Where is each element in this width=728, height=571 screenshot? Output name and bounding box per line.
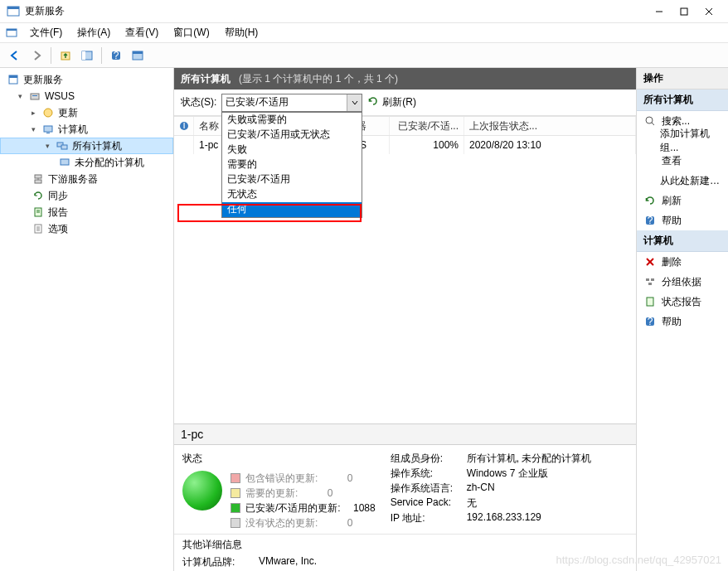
actions-section-computer: 计算机: [637, 230, 728, 252]
legend-installed: 已安装/不适用的更新:1088: [231, 501, 376, 515]
combo-option[interactable]: 失败: [222, 143, 362, 157]
action-label: 刷新: [662, 194, 682, 208]
svg-text:i: i: [183, 121, 186, 131]
action-help-2[interactable]: ?帮助: [637, 312, 728, 331]
svg-text:?: ?: [114, 50, 119, 61]
info-value: 所有计算机, 未分配的计算机: [467, 452, 592, 467]
close-button[interactable]: [696, 3, 721, 20]
report-icon: [32, 206, 45, 219]
status-label: 状态(S):: [181, 95, 216, 109]
tree-options[interactable]: 选项: [0, 220, 173, 237]
tree-downstream[interactable]: 下游服务器: [0, 171, 173, 187]
show-hide-tree-button[interactable]: [77, 46, 97, 65]
menu-window[interactable]: 窗口(W): [167, 24, 216, 41]
action-label: 分组依据: [662, 275, 701, 289]
action-new-window[interactable]: 从此处新建窗口: [637, 171, 728, 191]
tree-unassigned[interactable]: 未分配的计算机: [0, 154, 173, 171]
action-help[interactable]: ?帮助: [637, 210, 728, 230]
svg-point-19: [44, 109, 52, 117]
status-combo-list: 失败或需要的 已安装/不适用或无状态 失败 需要的 已安装/不适用 无状态 任何: [221, 112, 362, 218]
action-delete[interactable]: 删除: [637, 252, 728, 272]
tree-pane: 更新服务 ▾ WSUS ▸ 更新 ▾ 计算机 ▾ 所有计算机 未分配的计算机: [0, 68, 174, 571]
computers-group-icon: [56, 139, 69, 152]
forward-button[interactable]: [27, 46, 46, 65]
search-icon: [643, 114, 657, 128]
legend-value: 0: [323, 517, 352, 529]
combo-option[interactable]: 已安装/不适用或无状态: [222, 128, 362, 143]
col-installed[interactable]: 已安装/不适...: [390, 117, 464, 135]
up-button[interactable]: [56, 46, 75, 65]
combo-option[interactable]: 已安装/不适用: [222, 172, 362, 187]
tree-updates[interactable]: ▸ 更新: [0, 104, 173, 121]
menu-file[interactable]: 文件(F): [23, 24, 69, 41]
expand-icon[interactable]: ▸: [28, 109, 38, 117]
action-label: 查看: [662, 154, 682, 168]
dropdown-arrow-icon[interactable]: [347, 94, 362, 111]
svg-rect-3: [681, 8, 687, 15]
svg-rect-23: [61, 145, 67, 149]
svg-rect-7: [7, 29, 17, 31]
svg-rect-44: [651, 278, 654, 281]
tree-root[interactable]: 更新服务: [0, 71, 173, 88]
info-label: Service Pack:: [391, 496, 467, 511]
action-label: 帮助: [662, 214, 682, 228]
maximize-button[interactable]: [672, 3, 696, 20]
status-panel: 状态 包含错误的更新:0 需要的更新:0 已安装/不适用的更新:1088 没有状…: [182, 452, 376, 530]
status-combo[interactable]: 已安装/不适用 失败或需要的 已安装/不适用或无状态 失败 需要的 已安装/不适…: [221, 94, 362, 112]
action-group-by[interactable]: 分组依据: [637, 272, 728, 292]
combo-option[interactable]: 失败或需要的: [222, 113, 362, 128]
action-status-report[interactable]: 状态报告: [637, 292, 728, 312]
menu-help[interactable]: 帮助(H): [218, 24, 265, 41]
info-grid: 组成员身份:所有计算机, 未分配的计算机 操作系统:Windows 7 企业版 …: [391, 452, 628, 530]
tree-reports[interactable]: 报告: [0, 204, 173, 220]
menu-view[interactable]: 查看(V): [119, 24, 165, 41]
back-button[interactable]: [5, 46, 25, 65]
updates-icon: [41, 106, 55, 119]
properties-button[interactable]: [128, 46, 148, 65]
computer-icon: [58, 156, 71, 169]
legend-nostatus: 没有状态的更新:0: [231, 515, 376, 530]
collapse-icon[interactable]: ▾: [28, 125, 38, 133]
info-label: IP 地址:: [391, 511, 467, 526]
minimize-button[interactable]: [647, 3, 672, 20]
tree-computers[interactable]: ▾ 计算机: [0, 121, 173, 138]
legend-label: 已安装/不适用的更新:: [245, 501, 341, 515]
col-info[interactable]: i: [174, 117, 194, 135]
svg-rect-18: [32, 95, 37, 96]
svg-rect-16: [9, 75, 17, 78]
combo-option[interactable]: 无状态: [222, 187, 362, 202]
info-label: 组成员身份:: [391, 452, 467, 467]
action-view[interactable]: 查看: [637, 151, 728, 171]
svg-rect-45: [648, 283, 652, 285]
legend-error: 包含错误的更新:0: [231, 471, 376, 486]
info-label: 计算机品牌:: [182, 555, 259, 569]
tree-all-computers[interactable]: ▾ 所有计算机: [0, 138, 173, 154]
combo-option[interactable]: 需要的: [222, 157, 362, 172]
action-add-group[interactable]: 添加计算机组...: [637, 131, 728, 151]
add-group-icon: [643, 134, 655, 148]
refresh-icon: [643, 194, 657, 207]
menu-action[interactable]: 操作(A): [70, 24, 117, 41]
tree-label: 更新服务: [23, 73, 63, 87]
swatch-icon: [231, 503, 240, 513]
help-icon: ?: [643, 315, 657, 328]
combo-option-selected[interactable]: 任何: [222, 202, 362, 217]
collapse-icon[interactable]: ▾: [15, 92, 25, 100]
delete-icon: [643, 255, 657, 269]
refresh-link[interactable]: 刷新(R): [367, 95, 416, 109]
help-toolbar-button[interactable]: ?: [106, 46, 126, 65]
tree-label: 同步: [48, 189, 68, 203]
action-refresh[interactable]: 刷新: [637, 191, 728, 210]
legend-label: 包含错误的更新:: [245, 472, 318, 486]
refresh-label: 刷新(R): [382, 95, 416, 109]
legend-label: 需要的更新:: [245, 486, 298, 501]
swatch-icon: [231, 473, 240, 483]
tree-sync[interactable]: 同步: [0, 187, 173, 204]
detail-title: 1-pc: [174, 423, 636, 445]
info-value: Windows 7 企业版: [467, 467, 548, 481]
tree-wsus[interactable]: ▾ WSUS: [0, 88, 173, 104]
filter-bar: 状态(S): 已安装/不适用 失败或需要的 已安装/不适用或无状态 失败 需要的…: [174, 90, 636, 116]
collapse-icon[interactable]: ▾: [42, 142, 52, 150]
window-title: 更新服务: [25, 4, 65, 18]
col-last-report[interactable]: 上次报告状态...: [464, 117, 636, 135]
